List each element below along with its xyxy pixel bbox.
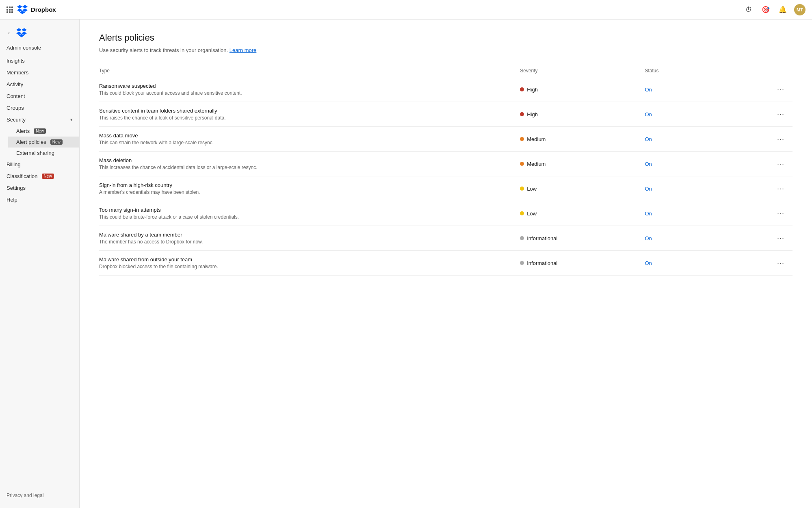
sidebar-item-security[interactable]: Security ▾ [0, 114, 79, 126]
table-row: Ransomware suspected This could block yo… [99, 77, 793, 102]
policy-status-cell: On [640, 226, 723, 251]
policy-severity-cell: Low [515, 176, 640, 201]
policy-name: Too many sign-in attempts [99, 207, 510, 213]
policy-name: Malware shared from outside your team [99, 256, 510, 263]
alert-policies-new-badge: New [50, 139, 63, 145]
sidebar-item-insights[interactable]: Insights [0, 55, 79, 67]
more-options-button[interactable]: ··· [774, 208, 788, 219]
sidebar-item-classification[interactable]: Classification New [0, 170, 79, 182]
clock-icon[interactable]: ⏱ [743, 4, 754, 15]
sidebar-item-activity[interactable]: Activity [0, 78, 79, 90]
policy-description: Dropbox blocked access to the file conta… [99, 264, 510, 269]
more-options-button[interactable]: ··· [774, 159, 788, 169]
policy-status-cell: On [640, 127, 723, 152]
alerts-new-badge: New [34, 128, 46, 134]
policy-description: This could block your account access and… [99, 90, 510, 96]
layout: ‹ Admin console Insights Members Activit… [0, 20, 812, 508]
severity-dot-icon [520, 211, 524, 215]
more-options-button[interactable]: ··· [774, 85, 788, 95]
policy-description: A member's credentials may have been sto… [99, 189, 510, 195]
chevron-down-icon: ▾ [70, 117, 73, 122]
severity-label: Informational [527, 260, 557, 266]
policy-description: This increases the chance of accidental … [99, 165, 510, 170]
topbar-logo[interactable]: Dropbox [17, 4, 56, 15]
severity-indicator: Low [520, 186, 635, 192]
sidebar-item-content[interactable]: Content [0, 90, 79, 102]
more-options-button[interactable]: ··· [774, 233, 788, 243]
sidebar-item-external-sharing[interactable]: External sharing [8, 148, 79, 158]
classification-new-badge: New [42, 174, 54, 179]
sidebar-item-alerts[interactable]: Alerts New [8, 126, 79, 137]
policy-action-cell: ··· [723, 176, 793, 201]
policy-status-cell: On [640, 102, 723, 127]
topbar: Dropbox ⏱ 🎯 🔔 MT [0, 0, 812, 20]
policy-status-cell: On [640, 176, 723, 201]
status-on-link[interactable]: On [645, 260, 652, 266]
severity-indicator: Medium [520, 136, 635, 142]
severity-label: Medium [527, 161, 546, 167]
status-on-link[interactable]: On [645, 87, 652, 93]
more-options-button[interactable]: ··· [774, 134, 788, 144]
severity-dot-icon [520, 261, 524, 265]
severity-label: Low [527, 211, 537, 217]
col-header-type: Type [99, 65, 515, 77]
table-row: Too many sign-in attempts This could be … [99, 201, 793, 226]
sidebar-item-alerts-label: Alerts [16, 128, 30, 134]
policy-severity-cell: Medium [515, 152, 640, 176]
severity-indicator: Informational [520, 260, 635, 266]
policy-type-cell: Too many sign-in attempts This could be … [99, 201, 515, 226]
severity-indicator: High [520, 111, 635, 117]
sidebar-item-settings[interactable]: Settings [0, 182, 79, 194]
more-options-button[interactable]: ··· [774, 258, 788, 268]
severity-dot-icon [520, 236, 524, 240]
topbar-app-name: Dropbox [31, 6, 56, 13]
policy-action-cell: ··· [723, 226, 793, 251]
policy-action-cell: ··· [723, 251, 793, 276]
severity-label: Low [527, 186, 537, 192]
page-subtitle: Use security alerts to track threats in … [99, 47, 793, 53]
page-title: Alerts policies [99, 33, 793, 43]
sidebar-item-insights-label: Insights [6, 58, 25, 64]
bell-icon[interactable]: 🔔 [777, 4, 788, 15]
policy-description: This could be a brute-force attack or a … [99, 214, 510, 220]
status-on-link[interactable]: On [645, 235, 652, 241]
col-header-severity: Severity [515, 65, 640, 77]
learn-more-link[interactable]: Learn more [230, 47, 256, 53]
status-on-link[interactable]: On [645, 111, 652, 117]
col-header-action [723, 65, 793, 77]
policy-severity-cell: Informational [515, 226, 640, 251]
status-on-link[interactable]: On [645, 211, 652, 217]
sidebar-item-help[interactable]: Help [0, 194, 79, 206]
policy-action-cell: ··· [723, 102, 793, 127]
sidebar-item-help-label: Help [6, 197, 17, 203]
policy-status-cell: On [640, 201, 723, 226]
severity-dot-icon [520, 112, 524, 116]
policy-name: Sensitive content in team folders shared… [99, 108, 510, 114]
table-row: Mass data move This can strain the netwo… [99, 127, 793, 152]
sidebar-item-billing[interactable]: Billing [0, 158, 79, 170]
status-on-link[interactable]: On [645, 186, 652, 192]
sidebar-item-alert-policies[interactable]: Alert policies New [8, 137, 79, 148]
policy-action-cell: ··· [723, 77, 793, 102]
sidebar-collapse-button[interactable]: ‹ [5, 29, 13, 37]
avatar[interactable]: MT [794, 4, 806, 15]
status-on-link[interactable]: On [645, 136, 652, 142]
policy-severity-cell: Low [515, 201, 640, 226]
status-on-link[interactable]: On [645, 161, 652, 167]
privacy-legal-link[interactable]: Privacy and legal [0, 488, 79, 503]
table-row: Malware shared by a team member The memb… [99, 226, 793, 251]
sidebar-dropbox-logo[interactable] [16, 28, 27, 38]
table-row: Mass deletion This increases the chance … [99, 152, 793, 176]
policy-type-cell: Mass deletion This increases the chance … [99, 152, 515, 176]
sidebar-item-alert-policies-label: Alert policies [16, 139, 46, 145]
more-options-button[interactable]: ··· [774, 184, 788, 194]
target-icon[interactable]: 🎯 [760, 4, 771, 15]
more-options-button[interactable]: ··· [774, 109, 788, 119]
policy-action-cell: ··· [723, 201, 793, 226]
topbar-left: Dropbox [6, 4, 56, 15]
sidebar-item-members[interactable]: Members [0, 67, 79, 78]
sidebar-item-billing-label: Billing [6, 161, 21, 167]
apps-grid-icon[interactable] [6, 7, 13, 13]
policy-type-cell: Malware shared by a team member The memb… [99, 226, 515, 251]
sidebar-item-groups[interactable]: Groups [0, 102, 79, 114]
